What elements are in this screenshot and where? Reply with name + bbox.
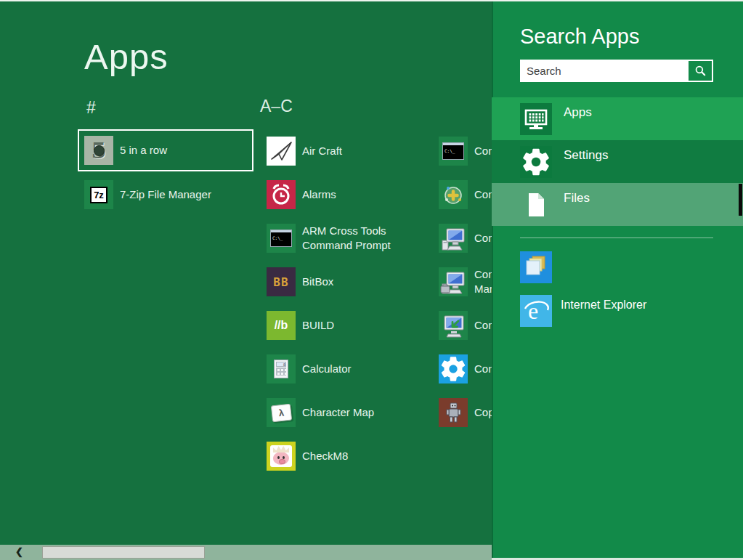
search-input[interactable] — [520, 60, 689, 82]
app-item-label: Alarms — [302, 187, 336, 202]
search-results: eInternet Explorer — [520, 251, 738, 338]
app-item-5-in-a-row[interactable]: 55 in a row — [78, 129, 253, 171]
app-item-checkm8[interactable]: CheckM8 — [260, 434, 442, 478]
results-divider — [520, 238, 713, 238]
search-category-label: Files — [564, 191, 590, 206]
paper-plane-icon — [267, 137, 296, 166]
internet-explorer-icon: e — [520, 295, 552, 327]
bitbox-icon: BB — [267, 267, 296, 296]
search-category-apps[interactable]: Apps — [492, 97, 743, 140]
sevenzip-icon: 7z — [84, 180, 113, 209]
app-item-character-map[interactable]: λCharacter Map — [260, 391, 442, 434]
app-item-label: BUILD — [302, 318, 334, 333]
control-panel-icon — [439, 354, 468, 384]
five-in-a-row-icon: 5 — [84, 136, 113, 165]
command-prompt-icon: C:\_ — [439, 137, 468, 166]
app-item-alarms[interactable]: Alarms — [260, 173, 442, 216]
component-services-icon — [439, 180, 468, 209]
page-title: Apps — [84, 36, 169, 77]
calculator-icon: 8 — [267, 354, 296, 384]
command-prompt-icon: C:\_ — [267, 224, 296, 253]
scrollbar-thumb[interactable] — [42, 546, 205, 559]
search-panel: Search Apps AppsSettingsFiles eInternet … — [492, 0, 743, 560]
search-category-files[interactable]: Files — [492, 183, 743, 226]
search-icon — [694, 64, 707, 78]
search-category-label: Apps — [564, 105, 592, 120]
checkm8-icon — [267, 442, 296, 471]
search-categories: AppsSettingsFiles — [492, 97, 743, 226]
search-category-settings[interactable]: Settings — [492, 140, 743, 183]
computer-icon — [439, 224, 468, 253]
app-item-7-zip-file-manager[interactable]: 7z7-Zip File Manager — [78, 173, 253, 216]
horizontal-scrollbar[interactable]: ❮ — [0, 545, 492, 560]
search-result-stacked-windows[interactable] — [520, 251, 738, 283]
character-map-icon: λ — [267, 398, 296, 427]
app-item-label: Air Craft — [302, 144, 342, 158]
panel-scrollbar-thumb[interactable] — [739, 184, 742, 216]
app-item-label: CheckM8 — [302, 449, 348, 463]
app-item-calculator[interactable]: 8Calculator — [260, 347, 442, 391]
search-result-internet-explorer[interactable]: eInternet Explorer — [520, 295, 738, 327]
app-item-label: Character Map — [302, 405, 374, 420]
section-header-number: # — [86, 98, 96, 118]
apps-screen: Apps # A–C 55 in a row7z7-Zip File Manag… — [0, 0, 743, 560]
app-item-air-craft[interactable]: Air Craft — [260, 129, 442, 173]
app-item-bitbox[interactable]: BBBitBox — [260, 260, 442, 304]
apps-category-icon — [520, 103, 552, 135]
search-box — [520, 60, 713, 82]
section-number-items: 55 in a row7z7-Zip File Manager — [78, 129, 253, 216]
section-a-c-items: Air CraftAlarmsC:\_ARM Cross Tools Comma… — [260, 129, 442, 478]
search-panel-title: Search Apps — [520, 25, 639, 49]
app-item-build[interactable]: //bBUILD — [260, 304, 442, 347]
stacked-windows-icon — [520, 251, 552, 283]
alarm-clock-icon — [267, 180, 296, 209]
search-button[interactable] — [689, 61, 712, 81]
app-item-label: Calculator — [302, 362, 352, 376]
copper-icon — [439, 398, 468, 427]
app-item-label: BitBox — [302, 275, 333, 289]
search-category-label: Settings — [564, 148, 608, 163]
top-edge-line — [0, 0, 743, 1]
app-item-label: 5 in a row — [120, 143, 167, 158]
connect-icon — [439, 311, 468, 340]
app-item-arm-cross-tools-command-prompt[interactable]: C:\_ARM Cross Tools Command Prompt — [260, 216, 442, 260]
section-header-a-c: A–C — [260, 97, 293, 116]
settings-category-icon — [520, 146, 552, 178]
app-item-label: 7-Zip File Manager — [120, 187, 211, 202]
files-category-icon — [520, 189, 552, 221]
search-result-label: Internet Explorer — [561, 299, 646, 312]
computer-management-icon — [439, 267, 468, 296]
app-item-label: ARM Cross Tools Command Prompt — [302, 224, 391, 253]
scroll-left-arrow-icon[interactable]: ❮ — [15, 546, 23, 557]
build-icon: //b — [267, 311, 296, 340]
